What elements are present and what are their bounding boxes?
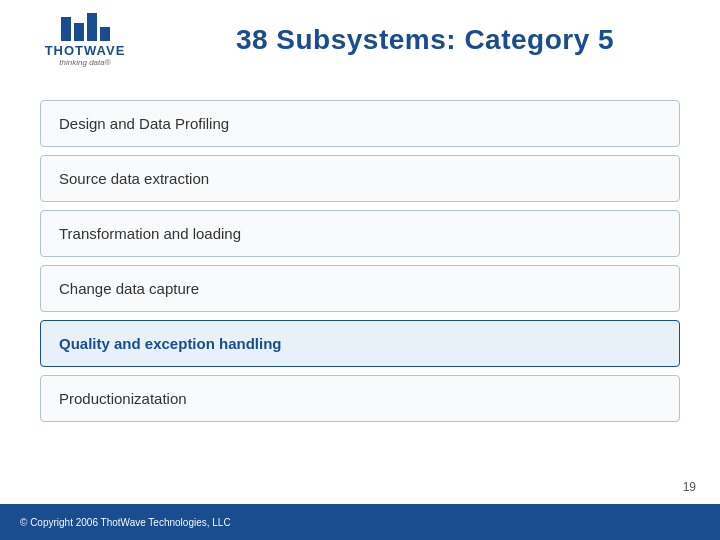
list-item-transformation-label: Transformation and loading [59, 225, 241, 242]
list-item-design: Design and Data Profiling [40, 100, 680, 147]
header-title-area: 38 Subsystems: Category 5 [150, 24, 700, 56]
list-item-change-label: Change data capture [59, 280, 199, 297]
logo-bar-4 [100, 27, 110, 41]
list-item-quality-label: Quality and exception handling [59, 335, 282, 352]
logo-bar-1 [61, 17, 71, 41]
list-item-productionization: Productionizatation [40, 375, 680, 422]
logo-bars [61, 13, 110, 41]
logo-tagline: thinking data® [59, 58, 110, 67]
list-item-source: Source data extraction [40, 155, 680, 202]
list-item-productionization-label: Productionizatation [59, 390, 187, 407]
list-item-source-label: Source data extraction [59, 170, 209, 187]
list-item-design-label: Design and Data Profiling [59, 115, 229, 132]
page-title: 38 Subsystems: Category 5 [236, 24, 614, 56]
logo: THOTWAVE thinking data® [20, 13, 150, 67]
footer: © Copyright 2006 ThotWave Technologies, … [0, 504, 720, 540]
logo-bar-2 [74, 23, 84, 41]
list-item-quality: Quality and exception handling [40, 320, 680, 367]
list-item-change: Change data capture [40, 265, 680, 312]
logo-text: THOTWAVE [45, 43, 126, 58]
main-content: Design and Data Profiling Source data ex… [0, 80, 720, 450]
header: THOTWAVE thinking data® 38 Subsystems: C… [0, 0, 720, 80]
logo-bar-3 [87, 13, 97, 41]
footer-copyright: © Copyright 2006 ThotWave Technologies, … [20, 517, 231, 528]
page-number: 19 [683, 480, 696, 494]
list-item-transformation: Transformation and loading [40, 210, 680, 257]
